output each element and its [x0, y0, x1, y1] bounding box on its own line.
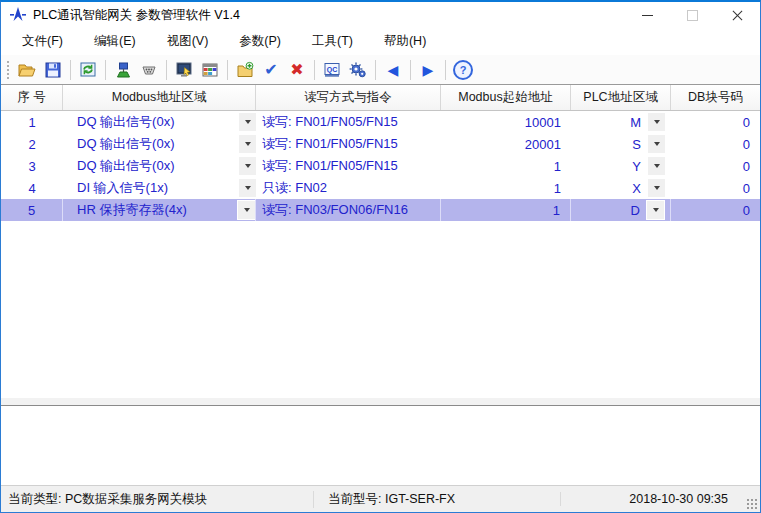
dropdown-button[interactable] — [238, 201, 255, 219]
menu-params[interactable]: 参数(P) — [228, 29, 292, 54]
cell-index: 5 — [1, 199, 63, 221]
status-current-model: 当前型号: IGT-SER-FX — [313, 491, 560, 508]
dropdown-button[interactable] — [239, 179, 256, 197]
toolbar-separator — [227, 60, 228, 80]
cell-db-block: 0 — [671, 199, 760, 221]
open-file-button[interactable] — [15, 58, 39, 82]
help-icon: ? — [453, 60, 473, 80]
col-header-plc-area[interactable]: PLC地址区域 — [571, 85, 671, 110]
cell-plc-area: M — [571, 111, 671, 133]
toolbar-separator — [105, 60, 106, 80]
add-folder-button[interactable] — [233, 58, 257, 82]
cell-index: 3 — [1, 155, 63, 177]
delete-x-icon: ✖ — [290, 62, 303, 78]
cell-db-block: 0 — [671, 111, 760, 133]
col-header-index[interactable]: 序 号 — [1, 85, 63, 110]
monitor-select-icon — [174, 60, 194, 80]
plc-area-value: X — [632, 181, 641, 196]
cell-db-block: 0 — [671, 155, 760, 177]
dropdown-button[interactable] — [239, 113, 256, 131]
cell-index: 1 — [1, 111, 63, 133]
serial-port-button[interactable] — [137, 58, 161, 82]
toolbar-separator — [375, 60, 376, 80]
dropdown-button[interactable] — [648, 157, 665, 175]
chevron-down-icon — [245, 164, 251, 168]
cell-modbus-area: HR 保持寄存器(4x) — [63, 199, 256, 221]
add-folder-icon — [235, 60, 255, 80]
app-logo-icon — [9, 6, 27, 24]
dropdown-button[interactable] — [648, 113, 665, 131]
title-bar: PLC通讯智能网关 参数管理软件 V1.4 — [1, 2, 760, 28]
col-header-modbus-area[interactable]: Modbus地址区域 — [63, 85, 256, 110]
nav-forward-icon: ▶ — [423, 63, 434, 77]
plc-area-value: Y — [632, 159, 641, 174]
dropdown-button[interactable] — [239, 135, 256, 153]
table-row[interactable]: 2 DQ 输出信号(0x) 读写: FN01/FN05/FN15 20001 S… — [1, 133, 760, 155]
delete-button[interactable]: ✖ — [285, 58, 309, 82]
settings-button[interactable] — [346, 58, 370, 82]
resize-grip[interactable] — [746, 498, 758, 510]
table-empty-area — [1, 221, 760, 398]
chevron-down-icon — [654, 164, 660, 168]
qc-monitor-button[interactable]: QC — [320, 58, 344, 82]
upload-device-button[interactable] — [111, 58, 135, 82]
toolbar-separator — [410, 60, 411, 80]
chevron-down-icon — [245, 142, 251, 146]
col-header-db-block[interactable]: DB块号码 — [671, 85, 760, 110]
minimize-button[interactable] — [625, 2, 670, 28]
menu-edit[interactable]: 编辑(E) — [83, 29, 147, 54]
dropdown-button[interactable] — [239, 157, 256, 175]
chevron-down-icon — [654, 120, 660, 124]
cell-modbus-area: DI 输入信号(1x) — [63, 177, 256, 199]
close-button[interactable] — [715, 2, 760, 28]
confirm-button[interactable]: ✔ — [259, 58, 283, 82]
confirm-check-icon: ✔ — [264, 62, 277, 78]
data-grid-button[interactable] — [198, 58, 222, 82]
settings-gears-icon — [348, 60, 368, 80]
col-header-start-address[interactable]: Modbus起始地址 — [441, 85, 571, 110]
svg-text:QC: QC — [327, 65, 338, 73]
toolbar-grip[interactable] — [6, 60, 10, 80]
minimize-icon — [642, 15, 653, 16]
cell-rw-command: 读写: FN01/FN05/FN15 — [256, 155, 441, 177]
dropdown-button[interactable] — [648, 179, 665, 197]
status-datetime: 2018-10-30 09:35 — [560, 492, 760, 506]
parameter-table: 序 号 Modbus地址区域 读写方式与指令 Modbus起始地址 PLC地址区… — [1, 85, 760, 398]
panel-splitter[interactable] — [1, 398, 760, 406]
save-button[interactable] — [41, 58, 65, 82]
nav-back-icon: ◀ — [388, 63, 399, 77]
cell-start-address: 10001 — [441, 111, 571, 133]
cell-start-address: 1 — [441, 155, 571, 177]
menu-view[interactable]: 视图(V) — [156, 29, 220, 54]
cell-modbus-area: DQ 输出信号(0x) — [63, 111, 256, 133]
cell-db-block: 0 — [671, 177, 760, 199]
plc-area-value: S — [632, 137, 641, 152]
chevron-down-icon — [654, 142, 660, 146]
transfer-button[interactable] — [76, 58, 100, 82]
cell-start-address: 1 — [441, 199, 571, 221]
modbus-area-value: DQ 输出信号(0x) — [77, 135, 175, 153]
help-button[interactable]: ? — [451, 58, 475, 82]
menu-file[interactable]: 文件(F) — [11, 29, 74, 54]
cell-rw-command: 只读: FN02 — [256, 177, 441, 199]
nav-forward-button[interactable]: ▶ — [416, 58, 440, 82]
maximize-button[interactable] — [670, 2, 715, 28]
cell-index: 2 — [1, 133, 63, 155]
table-row[interactable]: 3 DQ 输出信号(0x) 读写: FN01/FN05/FN15 1 Y 0 — [1, 155, 760, 177]
plc-area-value: D — [631, 203, 640, 218]
nav-back-button[interactable]: ◀ — [381, 58, 405, 82]
menu-help[interactable]: 帮助(H) — [373, 29, 437, 54]
dropdown-button[interactable] — [647, 201, 664, 219]
monitor-select-button[interactable] — [172, 58, 196, 82]
chevron-down-icon — [653, 208, 659, 212]
col-header-rw-command[interactable]: 读写方式与指令 — [256, 85, 441, 110]
menu-tools[interactable]: 工具(T) — [301, 29, 364, 54]
cell-plc-area: X — [571, 177, 671, 199]
close-icon — [732, 10, 743, 21]
dropdown-button[interactable] — [648, 135, 665, 153]
table-row-selected[interactable]: 5 HR 保持寄存器(4x) 读写: FN03/FON06/FN16 1 D 0 — [1, 199, 760, 221]
qc-monitor-icon: QC — [322, 60, 342, 80]
cell-modbus-area: DQ 输出信号(0x) — [63, 133, 256, 155]
table-row[interactable]: 1 DQ 输出信号(0x) 读写: FN01/FN05/FN15 10001 M… — [1, 111, 760, 133]
table-row[interactable]: 4 DI 输入信号(1x) 只读: FN02 1 X 0 — [1, 177, 760, 199]
